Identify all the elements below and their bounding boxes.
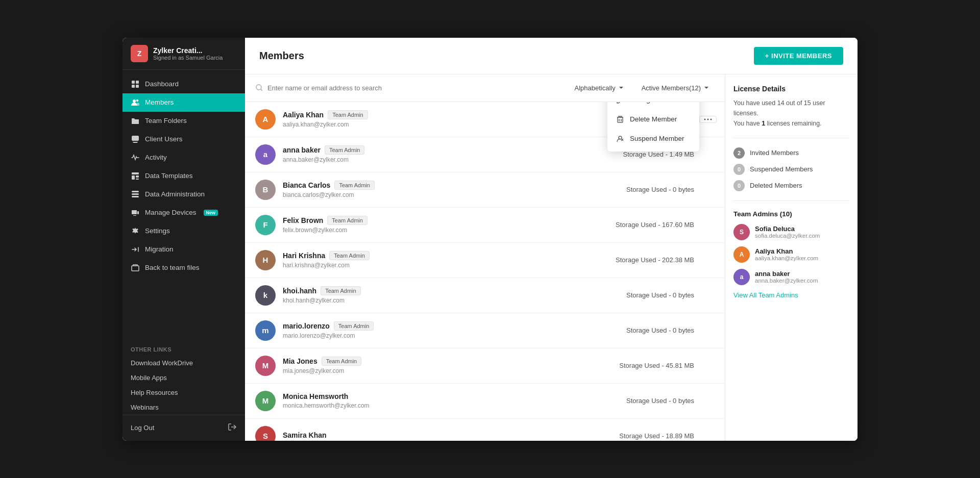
count-row-suspended[interactable]: 0 Suspended Members bbox=[733, 164, 849, 175]
context-menu-delete-member[interactable]: Delete Member bbox=[607, 110, 699, 129]
link-help-resources[interactable]: Help Resources bbox=[122, 385, 245, 400]
member-storage: Storage Used - 0 bytes bbox=[626, 397, 694, 405]
sidebar-item-data-templates[interactable]: Data Templates bbox=[122, 167, 245, 185]
member-email: felix.brown@zylker.com bbox=[283, 227, 608, 234]
members-panel: Alphabetically Active Members(12) A bbox=[245, 74, 725, 441]
back-icon bbox=[131, 263, 140, 272]
svg-point-5 bbox=[136, 99, 138, 101]
search-input[interactable] bbox=[267, 84, 562, 92]
member-row: H Hari Krishna Team Admin hari.krishna@z… bbox=[245, 243, 725, 278]
sidebar-item-data-admin[interactable]: Data Administration bbox=[122, 185, 245, 204]
admin-avatar: A bbox=[733, 246, 750, 263]
member-counts: 2 Invited Members 0 Suspended Members 0 … bbox=[733, 147, 849, 191]
svg-rect-10 bbox=[136, 179, 139, 180]
member-avatar: F bbox=[255, 215, 276, 235]
sort-alphabetically-button[interactable]: Alphabetically bbox=[569, 82, 629, 94]
member-name-row: Aaliya Khan Team Admin bbox=[283, 110, 616, 119]
suspend-icon bbox=[616, 134, 625, 143]
admin-info: Aaliya Khan aaliya.khan@zylker.com bbox=[755, 247, 818, 261]
context-menu-change-role[interactable]: Change Role › bbox=[607, 102, 699, 110]
admin-avatar: S bbox=[733, 224, 750, 240]
member-name: Monica Hemsworth bbox=[283, 392, 348, 400]
member-info: Hari Krishna Team Admin hari.krishna@zyl… bbox=[283, 251, 608, 269]
link-download-workdrive[interactable]: Download WorkDrive bbox=[122, 356, 245, 370]
member-role-badge: Team Admin bbox=[321, 286, 361, 295]
new-badge: New bbox=[204, 210, 218, 216]
member-role-badge: Team Admin bbox=[334, 181, 375, 190]
link-webinars[interactable]: Webinars bbox=[122, 400, 245, 415]
member-storage: Storage Used - 202.38 MB bbox=[616, 256, 694, 264]
member-row: F Felix Brown Team Admin felix.brown@zyl… bbox=[245, 208, 725, 243]
svg-point-19 bbox=[704, 118, 706, 120]
divider bbox=[733, 138, 849, 138]
edit-icon bbox=[616, 102, 625, 105]
sidebar-item-settings[interactable]: Settings bbox=[122, 222, 245, 240]
sort-label: Alphabetically bbox=[574, 84, 615, 92]
member-row: M Monica Hemsworth monica.hemsworth@zylk… bbox=[245, 384, 725, 419]
other-links-section: Download WorkDrive Mobile Apps Help Reso… bbox=[122, 356, 245, 415]
context-menu-suspend-member[interactable]: Suspend Member bbox=[607, 129, 699, 148]
sidebar-item-migration[interactable]: Migration bbox=[122, 240, 245, 259]
sidebar-item-client-users[interactable]: Client Users bbox=[122, 130, 245, 148]
members-toolbar: Alphabetically Active Members(12) bbox=[245, 74, 725, 102]
svg-rect-14 bbox=[132, 210, 137, 214]
member-email: anna.baker@zylker.com bbox=[283, 156, 616, 163]
deleted-count-badge: 0 bbox=[733, 180, 745, 191]
search-box bbox=[255, 84, 562, 92]
member-name: Bianca Carlos bbox=[283, 181, 330, 189]
member-name-row: anna baker Team Admin bbox=[283, 145, 616, 155]
license-text: You have used 14 out of 15 user licenses… bbox=[733, 98, 849, 129]
sidebar-item-manage-devices[interactable]: Manage Devices New bbox=[122, 204, 245, 222]
sidebar-nav: Dashboard Members Team Folders Client Us… bbox=[122, 70, 245, 340]
admin-email: aaliya.khan@zylker.com bbox=[755, 255, 818, 261]
admin-row: a anna baker anna.baker@zylker.com bbox=[733, 269, 849, 285]
member-name: Hari Krishna bbox=[283, 251, 325, 260]
suspended-members-label: Suspended Members bbox=[750, 165, 813, 173]
chevron-right-icon: › bbox=[689, 102, 692, 104]
sidebar-item-label: Client Users bbox=[145, 135, 183, 143]
count-row-deleted[interactable]: 0 Deleted Members bbox=[733, 180, 849, 191]
count-row-invited[interactable]: 2 Invited Members bbox=[733, 147, 849, 159]
svg-rect-9 bbox=[136, 175, 139, 178]
link-mobile-apps[interactable]: Mobile Apps bbox=[122, 370, 245, 385]
template-icon bbox=[131, 171, 140, 181]
license-line1: You have used 14 out of 15 user licenses… bbox=[733, 99, 825, 117]
devices-icon bbox=[131, 208, 140, 217]
member-role-badge: Team Admin bbox=[325, 145, 365, 155]
member-email: mario.lorenzo@zylker.com bbox=[283, 332, 619, 339]
license-title: License Details bbox=[733, 85, 849, 93]
member-name: khoi.hanh bbox=[283, 287, 316, 295]
member-role-badge: Team Admin bbox=[329, 251, 370, 260]
sidebar-item-members[interactable]: Members bbox=[122, 93, 245, 112]
admin-name: anna baker bbox=[755, 270, 818, 278]
filter-active-members-button[interactable]: Active Members(12) bbox=[636, 82, 715, 94]
sidebar-item-label: Manage Devices bbox=[145, 209, 197, 216]
view-all-admins-link[interactable]: View All Team Admins bbox=[733, 291, 849, 299]
member-name: anna baker bbox=[283, 146, 321, 154]
member-avatar: H bbox=[255, 250, 276, 270]
sidebar-item-label: Migration bbox=[145, 245, 174, 253]
context-suspend-label: Suspend Member bbox=[630, 135, 684, 142]
sidebar-item-team-folders[interactable]: Team Folders bbox=[122, 112, 245, 130]
search-icon bbox=[255, 84, 263, 92]
page-title: Members bbox=[259, 50, 304, 62]
license-section: License Details You have used 14 out of … bbox=[733, 85, 849, 129]
logout-button[interactable]: Log Out bbox=[131, 424, 154, 432]
member-row: A Aaliya Khan Team Admin aaliya.khan@zyl… bbox=[245, 102, 725, 137]
sidebar-item-activity[interactable]: Activity bbox=[122, 148, 245, 167]
svg-point-21 bbox=[710, 118, 712, 120]
member-row: k khoi.hanh Team Admin khoi.hanh@zylker.… bbox=[245, 278, 725, 313]
logout-icon[interactable] bbox=[228, 422, 237, 434]
member-menu-button[interactable] bbox=[699, 116, 717, 123]
main-content: Alphabetically Active Members(12) A bbox=[245, 74, 857, 441]
member-storage: Storage Used - 167.60 MB bbox=[616, 221, 694, 229]
sidebar-item-dashboard[interactable]: Dashboard bbox=[122, 75, 245, 93]
sidebar-item-back-to-team[interactable]: Back to team files bbox=[122, 259, 245, 277]
team-admins-section: Team Admins (10) S Sofia Deluca sofia.de… bbox=[733, 210, 849, 299]
svg-rect-2 bbox=[132, 85, 135, 88]
invite-members-button[interactable]: + INVITE MEMBERS bbox=[754, 47, 843, 65]
context-delete-label: Delete Member bbox=[630, 115, 677, 123]
members-icon bbox=[131, 98, 140, 107]
sidebar-item-label: Team Folders bbox=[145, 117, 187, 124]
sidebar-item-label: Back to team files bbox=[145, 264, 200, 271]
